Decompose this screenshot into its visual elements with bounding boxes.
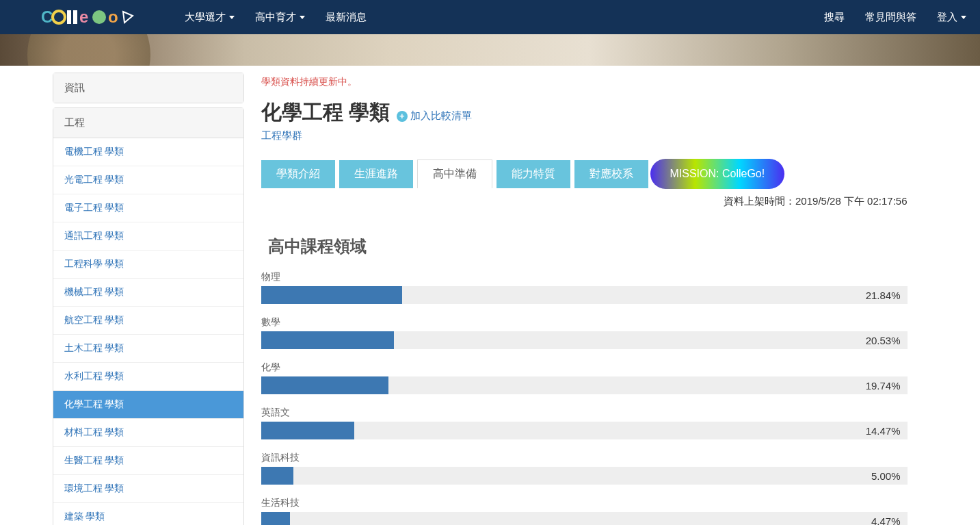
- svg-rect-2: [67, 10, 71, 24]
- bar-value: 19.74%: [866, 380, 901, 392]
- bar-row: 生活科技4.47%: [261, 497, 908, 525]
- course-bar-chart: 物理21.84%數學20.53%化學19.74%英語文14.47%資訊科技5.0…: [261, 271, 908, 525]
- svg-text:e: e: [79, 8, 89, 26]
- svg-point-1: [53, 11, 65, 23]
- nav-item-label: 搜尋: [824, 11, 845, 24]
- sidebar-item[interactable]: 水利工程 學類: [53, 362, 243, 390]
- top-navbar: C e o 大學選才高中育才最新消息 搜尋常見問與答登入: [0, 0, 980, 34]
- bar-row: 物理21.84%: [261, 271, 908, 304]
- add-compare-link[interactable]: + 加入比較清單: [397, 110, 472, 123]
- nav-item-label: 常見問與答: [865, 11, 916, 24]
- sidebar-item[interactable]: 環境工程 學類: [53, 474, 243, 502]
- sidebar-item[interactable]: 生醫工程 學類: [53, 446, 243, 474]
- bar-fill: [261, 331, 394, 349]
- bar-row: 資訊科技5.00%: [261, 452, 908, 485]
- tab[interactable]: 對應校系: [574, 160, 648, 188]
- upload-time-label: 資料上架時間：: [724, 195, 795, 207]
- upload-time-value: 2019/5/28 下午 02:17:56: [795, 195, 907, 207]
- nav-item[interactable]: 最新消息: [326, 11, 367, 24]
- sidebar-group-header-info[interactable]: 資訊: [53, 73, 243, 103]
- add-compare-label: 加入比較清單: [410, 110, 472, 123]
- sidebar-group-collapsed: 資訊: [53, 73, 244, 103]
- bar-row: 化學19.74%: [261, 361, 908, 394]
- tab-mission[interactable]: MISSION: ColleGo!: [652, 161, 783, 187]
- nav-item-label: 最新消息: [326, 11, 367, 24]
- bar-fill: [261, 422, 355, 439]
- logo-icon: C e o: [41, 8, 157, 27]
- bar-fill: [261, 467, 293, 485]
- sidebar-item[interactable]: 工程科學 學類: [53, 250, 243, 278]
- plus-circle-icon: +: [397, 111, 408, 122]
- tab[interactable]: 學類介紹: [261, 160, 335, 188]
- chevron-down-icon: [229, 16, 235, 19]
- upload-time: 資料上架時間：2019/5/28 下午 02:17:56: [261, 195, 908, 208]
- nav-item[interactable]: 常見問與答: [865, 11, 916, 24]
- sidebar-item[interactable]: 機械工程 學類: [53, 278, 243, 306]
- sidebar-item[interactable]: 電機工程 學類: [53, 138, 243, 166]
- nav-right: 搜尋常見問與答登入: [824, 11, 966, 24]
- bar-label: 資訊科技: [261, 452, 908, 464]
- svg-rect-3: [73, 10, 77, 24]
- nav-item[interactable]: 高中育才: [255, 11, 305, 24]
- svg-point-5: [92, 10, 106, 24]
- nav-left: 大學選才高中育才最新消息: [185, 11, 367, 24]
- bar-track: 4.47%: [261, 512, 908, 525]
- bar-track: 19.74%: [261, 376, 908, 394]
- bar-label: 化學: [261, 361, 908, 374]
- sidebar: 資訊 工程 電機工程 學類光電工程 學類電子工程 學類通訊工程 學類工程科學 學…: [53, 73, 244, 525]
- bar-label: 英語文: [261, 407, 908, 419]
- bar-track: 21.84%: [261, 286, 908, 304]
- tab-bar: 學類介紹生涯進路高中準備能力特質對應校系MISSION: ColleGo!: [261, 159, 908, 188]
- bar-value: 20.53%: [866, 335, 901, 346]
- bar-track: 14.47%: [261, 422, 908, 439]
- sidebar-item[interactable]: 航空工程 學類: [53, 306, 243, 334]
- nav-item[interactable]: 大學選才: [185, 11, 235, 24]
- chevron-down-icon: [300, 16, 305, 19]
- tab[interactable]: 生涯進路: [339, 160, 413, 188]
- sidebar-item[interactable]: 通訊工程 學類: [53, 222, 243, 250]
- brand-logo[interactable]: C e o: [41, 8, 157, 27]
- bar-value: 14.47%: [866, 425, 901, 437]
- hero-banner: [0, 34, 980, 66]
- nav-item[interactable]: 搜尋: [824, 11, 845, 24]
- bar-row: 數學20.53%: [261, 316, 908, 349]
- svg-marker-7: [123, 12, 133, 23]
- bar-row: 英語文14.47%: [261, 407, 908, 439]
- section-heading: 高中課程領域: [268, 235, 908, 257]
- nav-item-label: 登入: [937, 11, 957, 24]
- bar-label: 生活科技: [261, 497, 908, 509]
- sidebar-group-header-engineering[interactable]: 工程: [53, 108, 243, 138]
- cluster-link[interactable]: 工程學群: [261, 129, 302, 142]
- update-notice: 學類資料持續更新中。: [261, 76, 908, 88]
- nav-item[interactable]: 登入: [937, 11, 966, 24]
- sidebar-item[interactable]: 化學工程 學類: [53, 390, 243, 418]
- sidebar-group-engineering: 工程 電機工程 學類光電工程 學類電子工程 學類通訊工程 學類工程科學 學類機械…: [53, 107, 244, 525]
- tab[interactable]: 能力特質: [496, 160, 570, 188]
- bar-label: 物理: [261, 271, 908, 283]
- sidebar-item[interactable]: 材料工程 學類: [53, 418, 243, 446]
- bar-value: 21.84%: [866, 290, 901, 301]
- chevron-down-icon: [961, 16, 966, 19]
- main-content: 學類資料持續更新中。 化學工程 學類 + 加入比較清單 工程學群 學類介紹生涯進…: [261, 66, 928, 525]
- sidebar-item[interactable]: 電子工程 學類: [53, 194, 243, 222]
- bar-fill: [261, 512, 290, 525]
- bar-track: 20.53%: [261, 331, 908, 349]
- sidebar-item[interactable]: 土木工程 學類: [53, 334, 243, 362]
- tab[interactable]: 高中準備: [417, 159, 492, 188]
- bar-value: 4.47%: [871, 515, 901, 526]
- sidebar-item[interactable]: 建築 學類: [53, 502, 243, 525]
- nav-item-label: 高中育才: [255, 11, 296, 24]
- bar-value: 5.00%: [871, 470, 901, 482]
- bar-track: 5.00%: [261, 467, 908, 485]
- bar-fill: [261, 286, 402, 304]
- nav-item-label: 大學選才: [185, 11, 226, 24]
- page-title: 化學工程 學類: [261, 99, 390, 127]
- sidebar-list: 電機工程 學類光電工程 學類電子工程 學類通訊工程 學類工程科學 學類機械工程 …: [53, 138, 243, 525]
- sidebar-item[interactable]: 光電工程 學類: [53, 166, 243, 194]
- svg-text:o: o: [108, 8, 119, 26]
- bar-label: 數學: [261, 316, 908, 329]
- bar-fill: [261, 376, 389, 394]
